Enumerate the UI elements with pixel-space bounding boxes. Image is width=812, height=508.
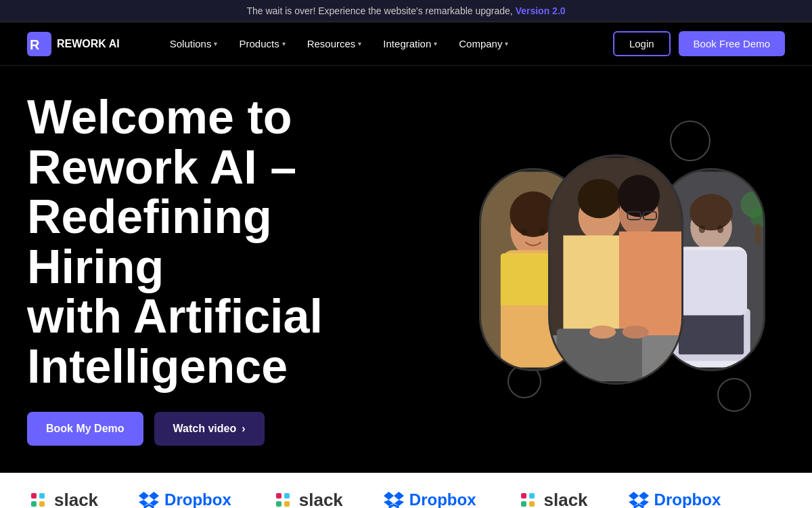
- svg-point-15: [618, 175, 660, 217]
- svg-text:R: R: [30, 37, 40, 52]
- decorative-circle-bottom-right: [717, 378, 751, 412]
- svg-rect-38: [39, 501, 45, 507]
- svg-rect-37: [31, 501, 37, 507]
- nav-item-resources[interactable]: Resources ▾: [298, 31, 371, 56]
- resources-chevron-icon: ▾: [358, 40, 361, 47]
- logo-dropbox-2: Dropbox: [384, 490, 476, 508]
- hero-image-group: [453, 100, 778, 439]
- integration-chevron-icon: ▾: [434, 40, 437, 47]
- nav-item-integration[interactable]: Integration ▾: [374, 31, 447, 56]
- slack-icon-3: [517, 489, 539, 508]
- solutions-chevron-icon: ▾: [214, 40, 217, 47]
- svg-rect-43: [284, 493, 290, 499]
- slack-icon: [27, 489, 49, 508]
- logo-slack-1: slack: [27, 489, 98, 508]
- hero-title: Welcome to Rework AI – Redefining Hiring…: [27, 93, 420, 391]
- hero-section: Welcome to Rework AI – Redefining Hiring…: [0, 66, 812, 473]
- nav-item-products[interactable]: Products ▾: [229, 31, 294, 56]
- slack-icon-2: [272, 489, 294, 508]
- svg-rect-44: [276, 501, 281, 507]
- hero-buttons: Book My Demo Watch video ›: [27, 412, 420, 446]
- version-highlight: Version 2.0: [516, 5, 566, 16]
- svg-rect-42: [276, 493, 281, 499]
- svg-marker-46: [384, 492, 404, 500]
- svg-rect-30: [679, 312, 744, 354]
- svg-rect-31: [675, 250, 747, 315]
- svg-point-12: [578, 179, 621, 218]
- products-chevron-icon: ▾: [282, 40, 286, 47]
- svg-point-21: [589, 325, 616, 338]
- nav-actions: Login Book Free Demo: [613, 31, 785, 56]
- svg-point-22: [623, 325, 649, 338]
- announcement-text: The wait is over! Experience the website…: [246, 5, 512, 16]
- nav-links: Solutions ▾ Products ▾ Resources ▾ Integ…: [160, 31, 613, 56]
- logo-slack-3: slack: [517, 489, 588, 508]
- company-chevron-icon: ▾: [505, 40, 508, 47]
- nav-item-solutions[interactable]: Solutions ▾: [160, 31, 227, 56]
- svg-point-7: [539, 228, 546, 236]
- logos-track: slack Dropbox slack: [0, 489, 748, 508]
- logo[interactable]: R REWORK AI: [27, 32, 120, 56]
- logo-dropbox-1: Dropbox: [139, 490, 231, 508]
- dropbox-icon: [139, 490, 159, 508]
- svg-rect-36: [39, 493, 45, 499]
- person-image-center: [548, 154, 683, 385]
- svg-rect-51: [521, 501, 526, 507]
- svg-marker-39: [139, 492, 159, 500]
- svg-marker-53: [629, 492, 649, 500]
- svg-point-28: [717, 225, 723, 233]
- arrow-right-icon: ›: [242, 423, 245, 435]
- login-button[interactable]: Login: [613, 31, 671, 56]
- svg-point-26: [690, 194, 733, 230]
- announcement-bar: The wait is over! Experience the website…: [0, 0, 812, 22]
- watch-video-button[interactable]: Watch video ›: [154, 412, 265, 446]
- svg-point-27: [699, 225, 706, 233]
- book-free-demo-button[interactable]: Book Free Demo: [679, 31, 785, 56]
- hero-images: [420, 93, 812, 446]
- svg-rect-45: [284, 501, 290, 507]
- nav-item-company[interactable]: Company ▾: [449, 31, 518, 56]
- decorative-circle-top: [670, 121, 710, 161]
- svg-rect-35: [31, 493, 37, 499]
- svg-rect-34: [755, 224, 761, 243]
- book-my-demo-button[interactable]: Book My Demo: [27, 412, 143, 446]
- logo-slack-2: slack: [272, 489, 343, 508]
- logo-text: REWORK AI: [57, 38, 120, 50]
- svg-rect-49: [521, 493, 526, 499]
- logo-dropbox-3: Dropbox: [629, 490, 721, 508]
- dropbox-icon-3: [629, 490, 649, 508]
- svg-rect-50: [529, 493, 535, 499]
- svg-point-6: [521, 228, 528, 236]
- svg-rect-52: [529, 501, 535, 507]
- logos-bar: slack Dropbox slack: [0, 473, 812, 508]
- hero-content: Welcome to Rework AI – Redefining Hiring…: [27, 93, 420, 446]
- dropbox-icon-2: [384, 490, 404, 508]
- navbar: R REWORK AI Solutions ▾ Products ▾ Resou…: [0, 22, 812, 66]
